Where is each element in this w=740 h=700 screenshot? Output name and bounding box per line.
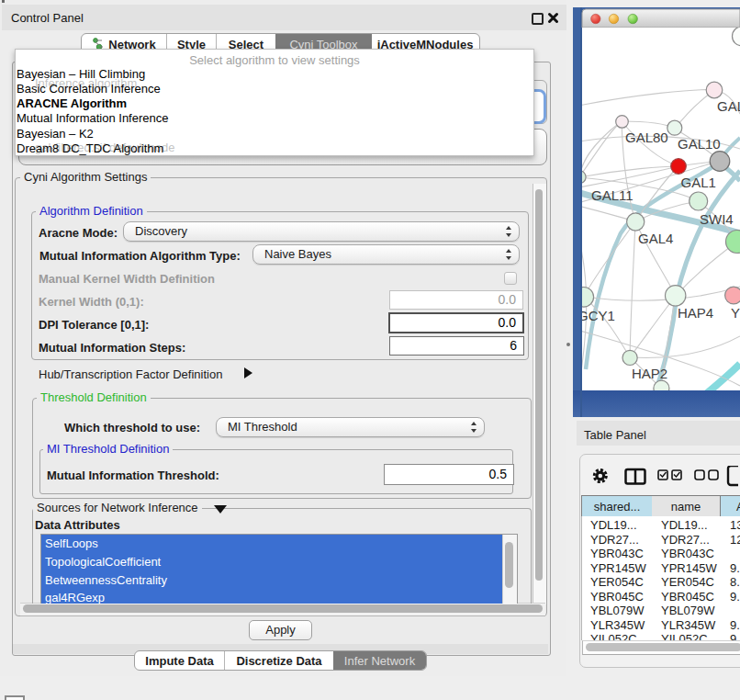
svg-text:GAL8: GAL8: [717, 98, 740, 114]
svg-text:GCY1: GCY1: [577, 308, 615, 323]
svg-text:HAP4: HAP4: [678, 305, 713, 321]
svg-text:GAL4: GAL4: [638, 231, 673, 246]
svg-text:Y: Y: [731, 305, 740, 321]
svg-text:GAL1: GAL1: [681, 175, 716, 190]
svg-text:HAP2: HAP2: [632, 366, 667, 381]
svg-text:SWI4: SWI4: [700, 211, 734, 227]
svg-text:GAL80: GAL80: [625, 130, 668, 145]
svg-text:GAL10: GAL10: [678, 136, 721, 152]
svg-text:GAL11: GAL11: [591, 187, 633, 203]
